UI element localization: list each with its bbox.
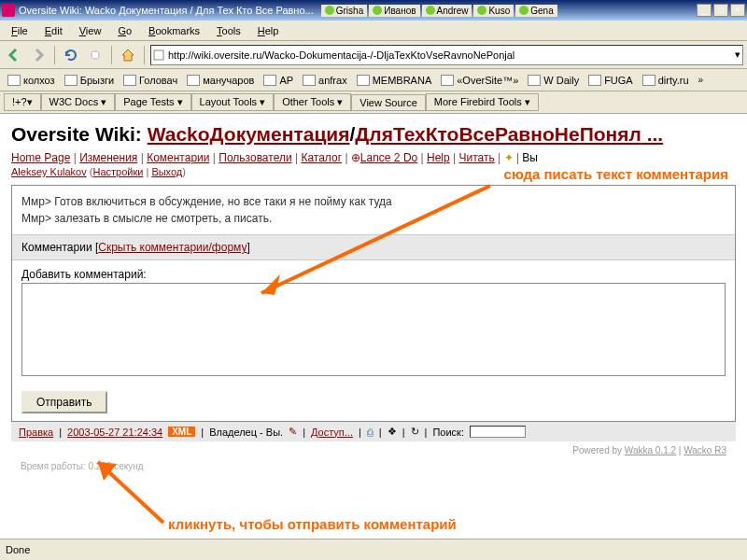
bookmark-item[interactable]: dirty.ru — [639, 74, 693, 87]
bookmark-item[interactable]: MEMBRANA — [353, 74, 436, 87]
nav-help[interactable]: Help — [427, 151, 450, 164]
wiki-nav: Home Page | Изменения | Коментарии | Пол… — [11, 151, 736, 164]
dropdown-icon[interactable]: ▾ — [735, 49, 740, 61]
close-button[interactable]: × — [730, 4, 745, 17]
bookmark-item[interactable]: Брызги — [61, 74, 118, 87]
status-bar: Done — [0, 539, 747, 559]
nav-you: Вы — [522, 151, 538, 164]
settings-link[interactable]: Настройки — [92, 166, 143, 177]
title-tabs: Grisha Иванов Andrew Kuso Gena — [321, 5, 557, 17]
bookmarks-bar: колхоз Брызги Головач манучаров AP anfra… — [0, 69, 747, 91]
comment-textarea[interactable] — [21, 283, 726, 376]
nav-users[interactable]: Пользователи — [218, 151, 291, 164]
comments-header: Комментарии [Скрыть комментарии/форму] — [12, 234, 735, 260]
add-comment-form: Добавить комментарий: — [12, 260, 735, 385]
url-input[interactable] — [168, 49, 731, 61]
home-button[interactable] — [118, 45, 138, 65]
menu-view[interactable]: View — [72, 23, 109, 38]
bookmark-item[interactable]: W Daily — [524, 74, 583, 87]
bookmark-item[interactable]: anfrax — [299, 74, 351, 87]
title-tab[interactable]: Grisha — [321, 5, 367, 17]
stop-button[interactable] — [85, 45, 106, 65]
nav-lance[interactable]: Lance 2 Do — [360, 151, 417, 164]
powered-by: Powered by Wakka 0.1.2 | Wacko R3 — [11, 441, 736, 459]
devtools-bar: !+?▾ W3C Docs ▾ Page Tests ▾ Layout Tool… — [0, 91, 747, 114]
bookmarks-overflow[interactable]: » — [695, 75, 708, 85]
xml-badge[interactable]: XML — [168, 427, 195, 437]
breadcrumb-link[interactable]: ДляТехКтоВсеРавноНеПонял — [355, 123, 641, 145]
devtool-button[interactable]: Layout Tools ▾ — [191, 93, 275, 111]
url-bar[interactable]: ▾ — [150, 45, 743, 65]
bookmark-item[interactable]: AP — [260, 74, 297, 87]
devtool-button[interactable]: Page Tests ▾ — [115, 93, 190, 111]
annotation-textarea: сюда писать текст комментария — [504, 166, 728, 182]
nav-comments[interactable]: Коментарии — [147, 151, 209, 164]
bookmark-item[interactable]: FUGA — [585, 74, 637, 87]
menu-go[interactable]: Go — [110, 23, 139, 38]
wakka-link[interactable]: Wakka 0.1.2 — [625, 445, 676, 455]
title-tab[interactable]: Kuso — [473, 5, 514, 17]
nav-read[interactable]: Читать — [459, 151, 495, 164]
devtool-button[interactable]: View Source — [351, 94, 426, 111]
title-tab[interactable]: Иванов — [369, 5, 419, 17]
breadcrumb-link[interactable]: WackoДокументация — [148, 123, 350, 145]
status-text: Done — [6, 544, 30, 555]
bookmark-item[interactable]: Головач — [120, 74, 181, 87]
owner-text: Владелец - Вы. — [209, 427, 283, 438]
devtool-button[interactable]: More Firebird Tools ▾ — [426, 93, 539, 111]
minimize-button[interactable]: _ — [697, 4, 712, 17]
window-title: Oversite Wiki: Wacko Документация / Для … — [19, 5, 314, 16]
menu-edit[interactable]: Edit — [37, 23, 70, 38]
menubar: File Edit View Go Bookmarks Tools Help — [0, 21, 747, 41]
title-tab[interactable]: Andrew — [422, 5, 472, 17]
nav-changes[interactable]: Изменения — [79, 151, 137, 164]
svg-rect-2 — [154, 50, 163, 60]
svg-rect-1 — [92, 52, 98, 58]
toggle-comments-link[interactable]: Скрыть комментарии/форму — [98, 241, 247, 254]
bookmark-item[interactable]: «OverSite™» — [437, 74, 522, 87]
devtool-button[interactable]: !+?▾ — [4, 93, 41, 111]
title-tab[interactable]: Gena — [515, 5, 557, 17]
page-icon — [153, 49, 164, 61]
forward-button[interactable] — [28, 45, 49, 65]
menu-file[interactable]: File — [4, 23, 35, 38]
back-button[interactable] — [4, 45, 24, 65]
nav-toolbar: ▾ — [0, 41, 747, 69]
page-heading: Oversite Wiki: WackoДокументация/ДляТехК… — [11, 123, 736, 146]
access-link[interactable]: Доступ... — [311, 427, 353, 438]
menu-tools[interactable]: Tools — [209, 23, 248, 38]
page-content: Oversite Wiki: WackoДокументация/ДляТехК… — [0, 114, 747, 539]
annotation-submit: кликнуть, чтобы отправить комментарий — [168, 516, 457, 532]
page-footer: Правка | 2003-05-27 21:24:34 XML | Владе… — [11, 422, 736, 441]
author-link[interactable]: Aleksey Kulakov — [11, 166, 87, 177]
menu-help[interactable]: Help — [250, 23, 287, 38]
bookmark-item[interactable]: колхоз — [4, 74, 59, 87]
post-container: Ммр> Готов включиться в обсуждение, но в… — [11, 185, 736, 422]
nav-catalog[interactable]: Каталог — [301, 151, 342, 164]
breadcrumb-more[interactable]: ... — [641, 123, 663, 145]
bookmark-item[interactable]: манучаров — [183, 74, 258, 87]
wacko-link[interactable]: Wacko R3 — [684, 445, 726, 455]
reload-button[interactable] — [61, 45, 81, 65]
app-icon — [2, 4, 15, 17]
devtool-button[interactable]: Other Tools ▾ — [274, 93, 351, 111]
logout-link[interactable]: Выход — [151, 166, 182, 177]
add-comment-label: Добавить комментарий: — [21, 268, 726, 281]
search-input[interactable] — [470, 426, 526, 438]
window-titlebar: Oversite Wiki: Wacko Документация / Для … — [0, 0, 747, 21]
timing-text: Время работы: 0.232 секунд — [11, 459, 736, 473]
date-link[interactable]: 2003-05-27 21:24:34 — [67, 427, 162, 438]
submit-button[interactable]: Отправить — [21, 391, 107, 413]
nav-home[interactable]: Home Page — [11, 151, 70, 164]
edit-link[interactable]: Правка — [19, 427, 53, 438]
devtool-button[interactable]: W3C Docs ▾ — [41, 93, 116, 111]
post-body: Ммр> Готов включиться в обсуждение, но в… — [12, 186, 735, 234]
menu-bookmarks[interactable]: Bookmarks — [141, 23, 207, 38]
maximize-button[interactable]: □ — [713, 4, 728, 17]
